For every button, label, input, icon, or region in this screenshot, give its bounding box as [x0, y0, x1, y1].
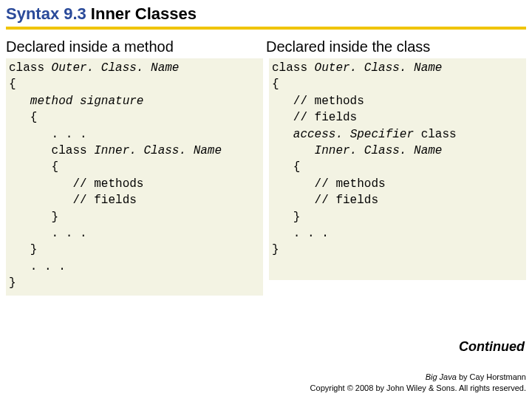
title-main: Inner Classes [91, 4, 197, 24]
code-text: // fields [9, 194, 137, 207]
code-text: } [9, 211, 58, 224]
code-text: // methods [9, 177, 143, 191]
code-text: Inner. Class. Name [94, 144, 222, 157]
code-text: . . . [272, 227, 329, 240]
code-text: } [272, 211, 300, 224]
code-text [272, 128, 293, 141]
slide-title-row: Syntax 9.3 Inner Classes [6, 4, 526, 30]
code-text: . . . [9, 227, 87, 240]
code-text: class [421, 128, 457, 141]
code-text: // fields [272, 194, 378, 207]
code-text: { [272, 78, 279, 91]
code-text: access. Specifier [293, 128, 421, 141]
code-text: method signature [30, 95, 144, 108]
code-text [9, 95, 30, 108]
right-heading: Declared inside the class [266, 38, 526, 55]
footer-author: by Cay Horstmann [457, 372, 526, 381]
title-prefix: Syntax 9.3 [6, 4, 86, 24]
column-left: Declared inside a method class Outer. Cl… [6, 38, 266, 296]
code-text: Inner. Class. Name [315, 144, 443, 157]
code-text: } [9, 243, 37, 256]
code-text: . . . [9, 128, 87, 141]
footer-book-title: Big Java [426, 372, 457, 381]
code-text: Outer. Class. Name [315, 61, 443, 75]
footer-line1: Big Java by Cay Horstmann [310, 372, 526, 382]
code-text: // methods [272, 177, 386, 191]
column-right: Declared inside the class class Outer. C… [266, 38, 526, 296]
code-text: { [9, 78, 16, 91]
slide: Syntax 9.3 Inner Classes Declared inside… [0, 0, 532, 399]
code-text: class [9, 144, 94, 157]
code-text: class [9, 61, 52, 75]
code-text: // methods [272, 95, 364, 108]
columns: Declared inside a method class Outer. Cl… [6, 38, 526, 296]
code-text: . . . [9, 260, 66, 273]
right-code-block: class Outer. Class. Name { // methods //… [269, 58, 526, 280]
code-text [272, 144, 315, 157]
code-text: { [9, 111, 37, 124]
code-text: } [272, 243, 279, 256]
continued-label: Continued [459, 339, 525, 355]
footer: Big Java by Cay Horstmann Copyright © 20… [310, 372, 526, 393]
left-code-block: class Outer. Class. Name { method signat… [6, 58, 263, 296]
code-text: } [9, 276, 16, 290]
footer-copyright: Copyright © 2008 by John Wiley & Sons. A… [310, 383, 526, 393]
left-heading: Declared inside a method [6, 38, 266, 55]
code-text: { [9, 160, 58, 174]
code-text: Outer. Class. Name [52, 61, 180, 75]
code-text: // fields [272, 111, 357, 124]
code-text: { [272, 160, 300, 174]
code-text: class [272, 61, 315, 75]
